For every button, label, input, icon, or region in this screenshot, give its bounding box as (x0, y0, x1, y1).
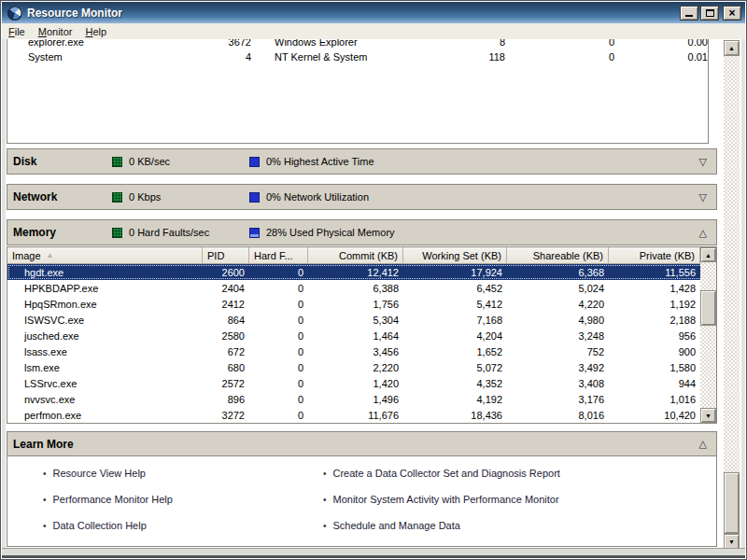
column-header-label: Hard F... (254, 250, 293, 261)
table-cell: 2600 (203, 267, 249, 278)
help-link[interactable]: •Data Collection Help (43, 512, 173, 539)
help-link-label: Resource View Help (53, 468, 146, 479)
minimize-button[interactable] (680, 6, 698, 21)
table-cell: 17,924 (403, 267, 507, 278)
disk-activity-label: 0 KB/sec (129, 156, 249, 167)
help-link[interactable]: •Create a Data Collector Set and Diagnos… (323, 460, 560, 486)
section-title: Network (13, 190, 112, 203)
memory-section-header[interactable]: Memory 0 Hard Faults/sec 28% Used Physic… (7, 219, 717, 245)
disk-section-header[interactable]: Disk 0 KB/sec 0% Highest Active Time ▽ (7, 148, 717, 175)
learn-more-body: •Resource View Help•Performance Monitor … (7, 456, 716, 546)
table-row[interactable]: hgdt.exe2600012,41217,9246,36811,556 (7, 264, 716, 280)
scrollbar-track[interactable] (724, 56, 740, 534)
table-cell: 3,248 (507, 330, 609, 342)
table-cell: ISWSVC.exe (7, 315, 203, 326)
title-bar[interactable]: Resource Monitor × (2, 2, 745, 23)
table-cell: 2412 (203, 299, 249, 310)
scrollbar-thumb[interactable] (700, 290, 716, 326)
table-cell: 1,192 (609, 299, 700, 310)
table-cell: 11,676 (308, 410, 403, 421)
bullet-icon: • (323, 495, 327, 505)
cpu-cell: NT Kernel & System (274, 51, 430, 63)
column-header-image[interactable]: Image▲ (7, 247, 203, 264)
table-cell: 864 (203, 315, 249, 326)
menu-bar: FileMonitorHelp (2, 23, 745, 39)
scrollbar-track[interactable] (700, 262, 716, 408)
column-header-working-set-kb[interactable]: Working Set (KB) (403, 247, 507, 264)
column-header-pid[interactable]: PID (203, 247, 249, 264)
menu-monitor[interactable]: Monitor (32, 25, 79, 38)
help-link-label: Data Collection Help (53, 520, 147, 531)
cpu-cell: 0 (505, 39, 614, 48)
window-frame-left (2, 39, 6, 548)
disk-activity-indicator-icon (112, 157, 122, 167)
maximize-button[interactable] (700, 6, 719, 21)
table-cell: 3,456 (308, 346, 403, 357)
menu-help[interactable]: Help (78, 25, 113, 38)
table-cell: 6,452 (403, 283, 507, 294)
close-button[interactable]: × (723, 6, 741, 21)
table-row[interactable]: perfmon.exe3272011,67618,4368,01610,420 (7, 407, 716, 423)
table-cell: 3,176 (507, 394, 609, 405)
help-links-left-column: •Resource View Help•Performance Monitor … (43, 460, 173, 539)
table-cell: 0 (249, 315, 308, 326)
memory-used-label: 28% Used Physical Memory (266, 227, 395, 238)
section-title: Memory (13, 226, 112, 239)
table-cell: 672 (203, 346, 249, 357)
column-header-hard-f[interactable]: Hard F... (249, 247, 308, 264)
column-header-commit-kb[interactable]: Commit (KB) (308, 247, 403, 264)
table-cell: 0 (249, 378, 308, 389)
memory-table-header: Image▲PIDHard F...Commit (KB)Working Set… (7, 247, 716, 264)
table-row[interactable]: lsm.exe68002,2205,0723,4921,580 (7, 359, 716, 375)
column-header-label: Working Set (KB) (422, 250, 501, 261)
chevron-up-icon[interactable]: △ (699, 439, 707, 449)
main-window-scrollbar[interactable]: ▲ ▼ (724, 40, 740, 550)
table-cell: 8,016 (507, 410, 609, 421)
table-row[interactable]: nvvsvc.exe89601,4964,1923,1761,016 (7, 391, 716, 407)
table-cell: 5,304 (308, 315, 403, 326)
table-cell: 4,220 (507, 299, 609, 310)
chevron-down-icon[interactable]: ▽ (699, 157, 707, 167)
scroll-down-button[interactable]: ▼ (700, 408, 716, 423)
table-cell: hgdt.exe (7, 267, 203, 278)
table-row[interactable]: jusched.exe258001,4644,2043,248956 (7, 328, 716, 343)
cpu-process-rows: explorer.exe3672Windows Explorer800.00Sy… (7, 39, 708, 64)
table-cell: lsass.exe (7, 346, 203, 357)
network-utilization-indicator-icon (249, 192, 260, 203)
network-section-header[interactable]: Network 0 Kbps 0% Network Utilization ▽ (7, 184, 717, 210)
table-cell: 4,980 (507, 315, 609, 326)
resource-monitor-window: Resource Monitor × FileMonitorHelp explo… (0, 0, 747, 560)
network-activity-label: 0 Kbps (129, 191, 249, 203)
help-link[interactable]: •Monitor System Activity with Performanc… (323, 486, 560, 512)
table-row[interactable]: ISWSVC.exe86405,3047,1684,9802,188 (7, 312, 716, 328)
table-cell: 5,024 (507, 283, 609, 294)
column-header-label: Commit (KB) (339, 250, 398, 261)
scrollbar-thumb[interactable] (724, 472, 740, 534)
column-header-shareable-kb[interactable]: Shareable (KB) (507, 247, 609, 264)
cpu-process-row[interactable]: System4NT Kernel & System11800.01 (7, 49, 708, 64)
table-cell: 1,428 (609, 283, 700, 294)
table-row[interactable]: HPKBDAPP.exe240406,3886,4525,0241,428 (7, 280, 716, 296)
column-header-private-kb[interactable]: Private (KB) (609, 247, 700, 264)
scroll-up-button[interactable]: ▲ (724, 40, 740, 56)
chevron-down-icon[interactable]: ▽ (699, 192, 707, 203)
table-row[interactable]: HpqSRmon.exe241201,7565,4124,2201,192 (7, 296, 716, 312)
scroll-up-icon: ▲ (705, 252, 712, 259)
help-link[interactable]: •Performance Monitor Help (43, 486, 173, 512)
table-cell: 1,420 (308, 378, 403, 389)
menu-file[interactable]: File (2, 25, 32, 38)
table-row[interactable]: LSSrvc.exe257201,4204,3523,408944 (7, 375, 716, 391)
help-link[interactable]: •Schedule and Manage Data (323, 512, 560, 539)
table-cell: jusched.exe (7, 330, 203, 342)
chevron-up-icon[interactable]: △ (699, 228, 707, 238)
table-cell: lsm.exe (7, 362, 203, 373)
section-title: Disk (13, 155, 112, 168)
cpu-process-row[interactable]: explorer.exe3672Windows Explorer800.00 (7, 39, 708, 49)
learn-more-header[interactable]: Learn More △ (7, 432, 716, 456)
help-link[interactable]: •Resource View Help (43, 460, 173, 486)
help-links-right-column: •Create a Data Collector Set and Diagnos… (323, 460, 560, 539)
table-cell: LSSrvc.exe (7, 378, 203, 389)
memory-table-scrollbar[interactable]: ▲ ▼ (700, 247, 716, 423)
scroll-up-button[interactable]: ▲ (700, 247, 716, 262)
table-row[interactable]: lsass.exe67203,4561,652752900 (7, 343, 716, 359)
